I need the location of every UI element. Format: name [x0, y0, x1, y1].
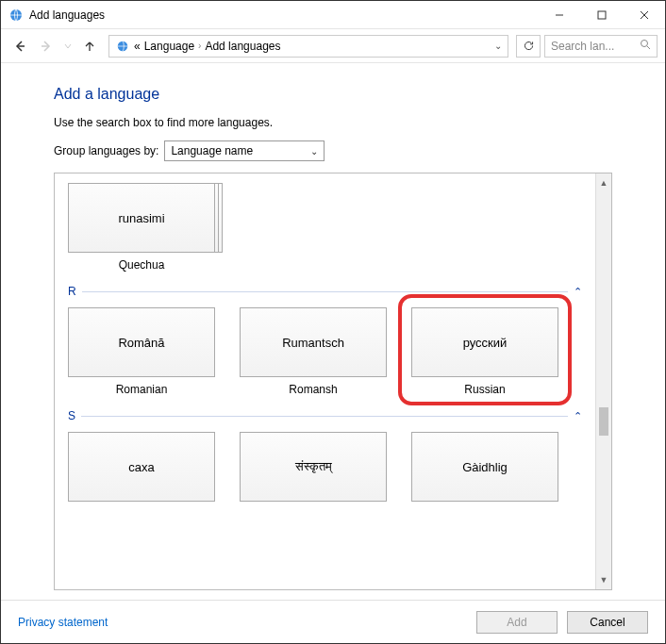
highlight-frame: русский Russian [398, 294, 572, 405]
collapse-icon[interactable]: ⌃ [574, 410, 582, 422]
window: Add languages « Language › Add languages… [0, 0, 666, 644]
cancel-button[interactable]: Cancel [567, 611, 648, 634]
recent-dropdown[interactable] [61, 35, 75, 58]
scroll-track[interactable] [599, 190, 608, 572]
native-name: Română [118, 336, 164, 350]
footer: Privacy statement Add Cancel [1, 600, 665, 643]
chevron-down-icon[interactable]: ⌄ [494, 41, 502, 51]
breadcrumb-item[interactable]: Add languages [205, 40, 280, 53]
globe-icon [115, 39, 130, 54]
svg-line-9 [647, 46, 650, 49]
native-name: runasimi [118, 211, 164, 225]
svg-rect-2 [598, 11, 606, 19]
scrollbar[interactable]: ▲ ▼ [595, 173, 611, 589]
svg-point-8 [641, 41, 648, 47]
native-name: Rumantsch [282, 336, 344, 350]
breadcrumb[interactable]: « Language › Add languages ⌄ [108, 35, 508, 58]
group-letter: R [68, 285, 76, 298]
native-name: саха [128, 460, 154, 474]
back-button[interactable] [8, 35, 31, 58]
tile-card: runasimi [68, 183, 215, 253]
page-title: Add a language [54, 86, 612, 103]
group-header-s[interactable]: S ⌃ [68, 409, 582, 422]
search-input[interactable]: Search lan... [544, 35, 658, 58]
content-area: Add a language Use the search box to fin… [1, 63, 665, 600]
refresh-button[interactable] [516, 35, 541, 58]
divider [82, 291, 568, 292]
language-tile-sakha[interactable]: саха [68, 432, 215, 502]
language-tile-russian[interactable]: русский Russian [411, 307, 558, 396]
globe-icon [8, 8, 24, 23]
up-button[interactable] [78, 35, 101, 58]
maximize-button[interactable] [580, 1, 623, 29]
scroll-up-icon[interactable]: ▲ [600, 175, 608, 190]
titlebar: Add languages [1, 1, 665, 29]
group-by-row: Group languages by: Language name ⌄ [54, 140, 612, 161]
english-name: Russian [464, 383, 505, 396]
breadcrumb-item[interactable]: Language [144, 40, 194, 53]
group-letter: S [68, 409, 75, 422]
scroll-thumb[interactable] [599, 407, 608, 436]
close-button[interactable] [623, 1, 665, 29]
chevron-down-icon: ⌄ [310, 146, 318, 157]
group-tiles: саха संस्कृतम् Gàidhlig [68, 432, 582, 502]
privacy-link[interactable]: Privacy statement [18, 616, 108, 629]
chevron-right-icon: › [198, 41, 201, 51]
group-tiles: Română Romanian Rumantsch Romansh русски… [68, 307, 582, 396]
native-name: русский [463, 336, 508, 350]
window-title: Add languages [29, 8, 105, 22]
english-name: Romanian [116, 383, 168, 396]
native-name: Gàidhlig [462, 460, 508, 474]
group-by-label: Group languages by: [54, 144, 158, 157]
language-tile-romanian[interactable]: Română Romanian [68, 307, 215, 396]
divider [81, 416, 568, 417]
collapse-icon[interactable]: ⌃ [574, 286, 582, 298]
search-placeholder: Search lan... [551, 40, 636, 53]
breadcrumb-ellipsis: « [134, 40, 141, 53]
forward-button[interactable] [35, 35, 58, 58]
navbar: « Language › Add languages ⌄ Search lan.… [1, 29, 665, 63]
native-name: संस्कृतम् [295, 459, 332, 474]
group-by-value: Language name [171, 144, 310, 157]
group-by-select[interactable]: Language name ⌄ [164, 140, 325, 161]
english-name: Quechua [119, 258, 165, 272]
instruction-text: Use the search box to find more language… [54, 116, 612, 129]
scroll-down-icon[interactable]: ▼ [600, 572, 608, 587]
add-button[interactable]: Add [476, 611, 558, 634]
language-tile-romansh[interactable]: Rumantsch Romansh [240, 307, 387, 396]
english-name: Romansh [289, 383, 337, 396]
group-tiles: runasimi Quechua [68, 183, 582, 272]
language-list-content: runasimi Quechua R ⌃ Română Romanian [55, 173, 595, 589]
language-tile-sanskrit[interactable]: संस्कृतम् [240, 432, 387, 502]
minimize-button[interactable] [538, 1, 580, 29]
language-tile-quechua[interactable]: runasimi Quechua [68, 183, 215, 272]
search-icon [640, 39, 651, 53]
language-tile-gaelic[interactable]: Gàidhlig [411, 432, 558, 502]
language-list: runasimi Quechua R ⌃ Română Romanian [54, 173, 612, 590]
